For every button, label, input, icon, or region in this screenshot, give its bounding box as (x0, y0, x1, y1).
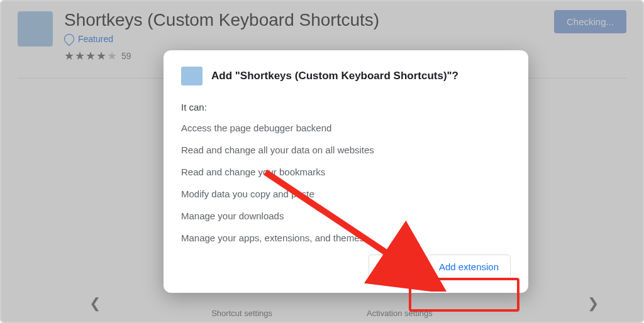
add-extension-button[interactable]: Add extension (427, 255, 511, 279)
add-extension-dialog: Add "Shortkeys (Custom Keyboard Shortcut… (164, 50, 528, 293)
permissions-list: Access the page debugger backend Read an… (181, 123, 511, 243)
permission-item: Read and change all your data on all web… (181, 145, 511, 155)
permission-item: Manage your apps, extensions, and themes (181, 233, 511, 243)
permission-item: Manage your downloads (181, 211, 511, 221)
permission-item: Access the page debugger backend (181, 123, 511, 133)
permission-item: Read and change your bookmarks (181, 167, 511, 177)
permission-item: Modify data you copy and paste (181, 189, 511, 199)
dialog-subhead: It can: (181, 102, 511, 112)
cancel-button[interactable]: Cancel (369, 255, 422, 279)
extension-icon (181, 67, 203, 85)
dialog-title: Add "Shortkeys (Custom Keyboard Shortcut… (211, 70, 458, 82)
